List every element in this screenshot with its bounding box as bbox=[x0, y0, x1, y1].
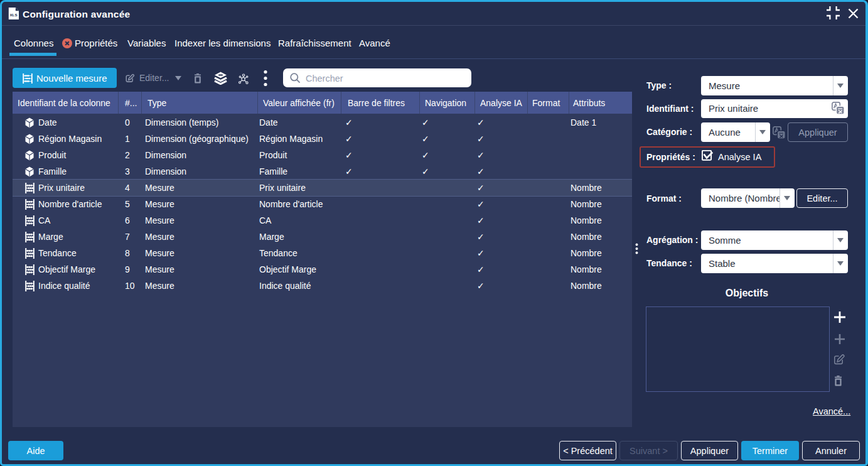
svg-text:XLS: XLS bbox=[9, 13, 17, 17]
